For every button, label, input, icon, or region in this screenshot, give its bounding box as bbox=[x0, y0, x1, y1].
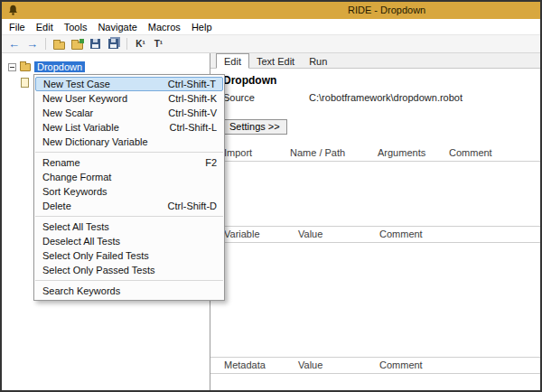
shortcut-label: F2 bbox=[205, 157, 217, 168]
source-label: Source bbox=[223, 92, 306, 103]
window-title: RIDE - Dropdown bbox=[348, 5, 425, 15]
test-case-file-icon bbox=[21, 78, 29, 88]
menu-navigate[interactable]: Navigate bbox=[92, 22, 142, 33]
context-menu-separator bbox=[35, 152, 223, 153]
save-all-icon[interactable] bbox=[106, 37, 121, 51]
import-table-body bbox=[210, 162, 540, 227]
save-icon[interactable] bbox=[88, 37, 103, 51]
context-menu-item-delete[interactable]: Delete Ctrl-Shift-D bbox=[34, 199, 224, 213]
column-header-comment: Comment bbox=[372, 227, 540, 242]
import-table-header: Import Name / Path Arguments Comment bbox=[210, 145, 540, 162]
menu-help[interactable]: Help bbox=[186, 22, 218, 33]
column-header-value: Value bbox=[291, 227, 372, 242]
shortcut-label: Ctrl-Shift-V bbox=[168, 107, 217, 118]
tab-bar: Edit Text Edit Run bbox=[210, 53, 540, 69]
menu-bar: File Edit Tools Navigate Macros Help bbox=[2, 19, 540, 34]
column-header-comment: Comment bbox=[372, 358, 540, 373]
edit-view: Dropdown Source C:\robotframework\dropdo… bbox=[210, 69, 540, 390]
context-menu-item-select-all-tests[interactable]: Select All Tests bbox=[34, 219, 224, 234]
variable-table-header: Variable Value Comment bbox=[210, 227, 540, 243]
context-menu-item-new-test-case[interactable]: New Test Case Ctrl-Shift-T bbox=[35, 77, 223, 91]
menu-edit[interactable]: Edit bbox=[31, 22, 59, 33]
source-path: C:\robotframework\dropdown.robot bbox=[309, 92, 463, 103]
column-header-metadata: Metadata bbox=[210, 358, 291, 373]
toolbar-separator bbox=[126, 38, 127, 50]
tab-run[interactable]: Run bbox=[302, 53, 334, 68]
context-menu-item-search-keywords[interactable]: Search Keywords bbox=[34, 284, 224, 298]
context-menu-separator bbox=[35, 280, 223, 281]
context-menu-item-change-format[interactable]: Change Format bbox=[34, 170, 224, 184]
context-menu-item-sort-keywords[interactable]: Sort Keywords bbox=[34, 184, 224, 199]
tree-node-dropdown[interactable]: Dropdown bbox=[34, 61, 85, 72]
metadata-table-header: Metadata Value Comment bbox=[210, 358, 540, 374]
open-directory-icon[interactable] bbox=[70, 37, 85, 51]
import-table: Import Name / Path Arguments Comment bbox=[210, 145, 540, 227]
context-menu-item-select-only-failed-tests[interactable]: Select Only Failed Tests bbox=[34, 248, 224, 263]
toolbar-separator bbox=[45, 38, 46, 50]
metadata-table: Metadata Value Comment bbox=[210, 358, 540, 390]
variable-table-body bbox=[210, 243, 540, 358]
tree-row: Dropdown bbox=[2, 61, 210, 73]
suite-folder-icon bbox=[20, 63, 31, 71]
context-menu-item-new-user-keyword[interactable]: New User Keyword Ctrl-Shift-K bbox=[34, 91, 224, 106]
settings-toggle-button[interactable]: Settings >> bbox=[222, 119, 287, 135]
metadata-table-body bbox=[210, 374, 540, 390]
source-row: Source C:\robotframework\dropdown.robot bbox=[210, 92, 540, 105]
title-bar: RIDE - Dropdown bbox=[2, 2, 540, 19]
context-menu-separator bbox=[35, 216, 223, 217]
variable-table: Variable Value Comment bbox=[210, 227, 540, 358]
new-test-case-icon[interactable]: T¹ bbox=[151, 37, 166, 51]
editor-panel: Edit Text Edit Run Dropdown Source C:\ro… bbox=[210, 53, 540, 390]
context-menu: New Test Case Ctrl-Shift-T New User Keyw… bbox=[33, 74, 225, 301]
bell-app-icon bbox=[7, 5, 19, 16]
column-header-name-path: Name / Path bbox=[283, 145, 370, 161]
tree-collapse-icon[interactable] bbox=[8, 63, 16, 71]
context-menu-item-deselect-all-tests[interactable]: Deselect All Tests bbox=[34, 234, 224, 248]
context-menu-item-new-scalar[interactable]: New Scalar Ctrl-Shift-V bbox=[34, 106, 224, 120]
shortcut-label: Ctrl-Shift-T bbox=[168, 79, 216, 89]
menu-file[interactable]: File bbox=[4, 22, 31, 33]
column-header-arguments: Arguments bbox=[370, 145, 442, 161]
suite-title: Dropdown bbox=[210, 74, 540, 89]
shortcut-label: Ctrl-Shift-K bbox=[168, 93, 217, 104]
new-keyword-icon[interactable]: K¹ bbox=[133, 37, 148, 51]
tab-text-edit[interactable]: Text Edit bbox=[249, 53, 302, 68]
menu-tools[interactable]: Tools bbox=[59, 22, 93, 33]
context-menu-item-new-dictionary-variable[interactable]: New Dictionary Variable bbox=[34, 135, 224, 149]
context-menu-item-new-list-variable[interactable]: New List Variable Ctrl-Shift-L bbox=[34, 120, 224, 135]
ride-window: RIDE - Dropdown File Edit Tools Navigate… bbox=[0, 0, 542, 392]
context-menu-item-rename[interactable]: Rename F2 bbox=[34, 155, 224, 170]
menu-macros[interactable]: Macros bbox=[143, 22, 186, 33]
toolbar: ← → K¹ T¹ bbox=[2, 34, 540, 53]
forward-icon[interactable]: → bbox=[24, 37, 40, 51]
context-menu-item-select-only-passed-tests[interactable]: Select Only Passed Tests bbox=[34, 263, 224, 277]
tab-edit[interactable]: Edit bbox=[216, 53, 249, 69]
column-header-value: Value bbox=[291, 358, 372, 373]
shortcut-label: Ctrl-Shift-L bbox=[169, 122, 217, 133]
back-icon[interactable]: ← bbox=[6, 37, 22, 51]
column-header-comment: Comment bbox=[442, 145, 540, 161]
open-suite-icon[interactable] bbox=[51, 37, 67, 51]
shortcut-label: Ctrl-Shift-D bbox=[168, 201, 217, 211]
